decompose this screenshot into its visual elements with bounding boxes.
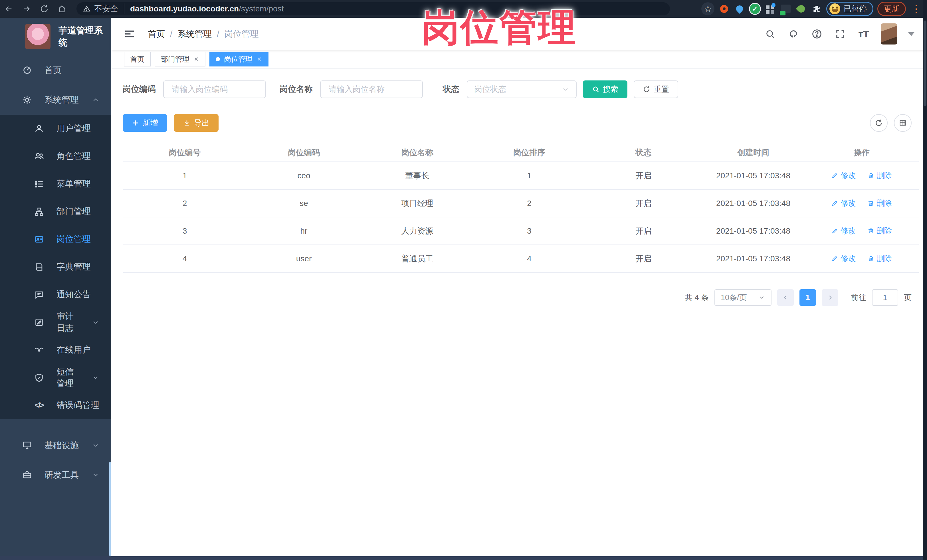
search-icon[interactable]	[764, 28, 777, 40]
page-size-select[interactable]: 10条/页	[714, 289, 772, 306]
cell-post-name: 普通员工	[361, 253, 474, 264]
fullscreen-icon[interactable]	[834, 28, 846, 40]
edit-link[interactable]: 修改	[831, 198, 856, 208]
extension-icon[interactable]	[719, 3, 730, 15]
extension-icon[interactable]	[764, 3, 776, 15]
sidebar-item-post-management[interactable]: 岗位管理	[0, 225, 111, 253]
online-users-icon	[33, 344, 44, 355]
scrollbar-thumb[interactable]	[924, 21, 926, 106]
pagination-total: 共 4 条	[685, 292, 709, 303]
next-page-button[interactable]	[822, 289, 838, 306]
add-button[interactable]: 新增	[123, 114, 167, 132]
refresh-button[interactable]	[870, 114, 887, 132]
dictionary-icon	[33, 262, 44, 272]
home-icon	[57, 4, 67, 14]
sidebar-item-dept-management[interactable]: 部门管理	[0, 198, 111, 225]
browser-update-button[interactable]: 更新	[877, 2, 906, 16]
sidebar-item-system-management[interactable]: 系统管理	[0, 85, 111, 115]
extension-icon[interactable]: ✓	[749, 3, 761, 15]
code-icon: </>	[33, 400, 44, 411]
sidebar-item-infrastructure[interactable]: 基础设施	[0, 431, 111, 460]
address-bar[interactable]: 不安全 dashboard.yudao.iocoder.cn/system/po…	[76, 2, 670, 15]
url-domain: dashboard.yudao.iocoder.cn	[130, 4, 239, 13]
sidebar-item-sms-management[interactable]: 短信管理	[0, 364, 111, 392]
help-icon[interactable]	[811, 28, 823, 40]
extensions-puzzle-icon[interactable]	[811, 3, 822, 15]
sidebar-item-label: 通知公告	[56, 289, 91, 300]
sidebar-item-label: 基础设施	[44, 440, 79, 451]
avatar-caret-down-icon[interactable]	[908, 32, 915, 36]
chevron-down-icon	[92, 442, 99, 449]
browser-menu-icon[interactable]: ⋮	[910, 4, 922, 14]
sidebar-item-dev-tools[interactable]: 研发工具	[0, 460, 111, 490]
trash-icon	[867, 228, 874, 234]
edit-icon	[831, 172, 838, 179]
sidebar-scrollbar-thumb[interactable]	[109, 462, 111, 556]
export-button[interactable]: 导出	[174, 114, 219, 132]
delete-link[interactable]: 删除	[867, 226, 892, 236]
font-size-icon[interactable]: тT	[857, 28, 870, 40]
reset-button[interactable]: 重置	[634, 80, 678, 98]
status-select[interactable]: 岗位状态	[467, 80, 577, 98]
extension-icon[interactable]	[734, 3, 745, 15]
close-icon[interactable]	[193, 56, 199, 62]
sidebar-item-online-users[interactable]: 在线用户	[0, 336, 111, 364]
tab-home[interactable]: 首页	[124, 52, 150, 67]
browser-reload-button[interactable]	[35, 0, 53, 18]
chevron-down-icon	[92, 319, 99, 326]
edit-link[interactable]: 修改	[831, 170, 856, 181]
delete-link[interactable]: 删除	[867, 170, 892, 181]
security-label: 不安全	[94, 3, 118, 14]
sidebar-item-label: 审计日志	[56, 311, 80, 334]
search-button[interactable]: 搜索	[583, 80, 628, 98]
chevron-right-icon	[827, 294, 833, 301]
extension-icon[interactable]	[795, 3, 807, 15]
id-card-icon	[33, 234, 44, 245]
edit-link[interactable]: 修改	[831, 226, 856, 236]
gear-icon	[22, 94, 32, 105]
trash-icon	[867, 172, 874, 179]
sidebar-item-menu-management[interactable]: 菜单管理	[0, 170, 111, 198]
post-code-input[interactable]	[163, 80, 266, 98]
sidebar-item-home[interactable]: 首页	[0, 55, 111, 85]
column-settings-button[interactable]	[894, 114, 912, 132]
bookmark-star-icon[interactable]: ☆	[701, 2, 714, 15]
sidebar-item-notice-management[interactable]: 通知公告	[0, 281, 111, 308]
sidebar-item-label: 用户管理	[56, 123, 91, 134]
sidebar-item-error-code-management[interactable]: </> 错误码管理	[0, 392, 111, 419]
edit-link[interactable]: 修改	[831, 253, 856, 264]
github-icon[interactable]	[787, 28, 800, 40]
sidebar-item-role-management[interactable]: 角色管理	[0, 143, 111, 170]
sidebar-item-dict-management[interactable]: 字典管理	[0, 253, 111, 281]
post-name-input[interactable]	[320, 80, 423, 98]
delete-link[interactable]: 删除	[867, 198, 892, 208]
browser-forward-button[interactable]	[18, 0, 35, 18]
sidebar-toggle-icon[interactable]	[124, 28, 135, 39]
prev-page-button[interactable]	[777, 289, 794, 306]
delete-link[interactable]: 删除	[867, 253, 892, 264]
page-number-button[interactable]: 1	[799, 289, 816, 306]
security-chip[interactable]: 不安全	[83, 3, 125, 14]
tab-label: 部门管理	[161, 55, 190, 64]
browser-back-button[interactable]	[0, 0, 18, 18]
extension-icon[interactable]	[780, 3, 792, 15]
window-scrollbar[interactable]	[923, 0, 927, 560]
goto-label: 前往	[851, 292, 866, 303]
paused-badge[interactable]: 已暂停	[826, 2, 873, 16]
app-logo-row[interactable]: 芋道管理系统	[0, 18, 111, 55]
tab-post-management[interactable]: 岗位管理	[210, 52, 269, 67]
org-tree-icon	[33, 206, 44, 217]
breadcrumb-home[interactable]: 首页	[148, 28, 165, 40]
chevron-down-icon	[562, 86, 569, 93]
sidebar-item-audit-log[interactable]: 审计日志	[0, 308, 111, 336]
sidebar-item-user-management[interactable]: 用户管理	[0, 115, 111, 143]
tab-dept-management[interactable]: 部门管理	[155, 52, 205, 67]
cell-post-name: 人力资源	[361, 226, 474, 237]
avatar[interactable]	[881, 23, 897, 44]
goto-page-input[interactable]	[872, 289, 898, 306]
breadcrumb-separator: /	[170, 29, 172, 39]
breadcrumb-system[interactable]: 系统管理	[178, 28, 212, 40]
add-button-label: 新增	[143, 118, 158, 128]
close-icon[interactable]	[257, 56, 262, 62]
browser-home-button[interactable]	[53, 0, 71, 18]
